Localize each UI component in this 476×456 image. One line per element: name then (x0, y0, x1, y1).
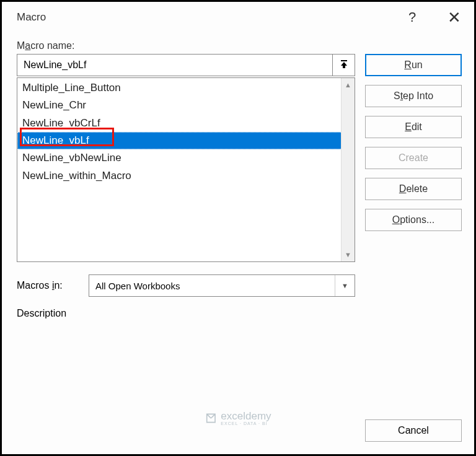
assign-button[interactable] (333, 54, 355, 76)
description-label: Description (17, 308, 462, 319)
arrow-up-icon (339, 60, 349, 70)
watermark-tagline: EXCEL · DATA · BI (221, 421, 271, 426)
macro-listbox[interactable]: Multiple_Line_Button NewLine_Chr NewLine… (17, 77, 355, 262)
macros-in-row: Macros in: All Open Workbooks ▼ (17, 274, 462, 297)
svg-rect-0 (341, 60, 347, 61)
options-button[interactable]: Options... (365, 209, 462, 231)
button-column: Run Step Into Edit Create Delete Options… (365, 54, 462, 231)
name-input-row (17, 54, 355, 76)
watermark: exceldemy EXCEL · DATA · BI (205, 410, 271, 426)
list-inner: Multiple_Line_Button NewLine_Chr NewLine… (17, 78, 355, 186)
macro-dialog: Macro ? ✕ Macro name: (2, 2, 474, 454)
macros-in-dropdown[interactable]: All Open Workbooks ▼ (89, 274, 355, 297)
titlebar-buttons: ? ✕ (402, 8, 464, 27)
delete-button[interactable]: Delete (365, 178, 462, 200)
step-into-button[interactable]: Step Into (365, 85, 462, 107)
dialog-title: Macro (17, 11, 46, 24)
list-item[interactable]: NewLine_Chr (17, 97, 355, 114)
scroll-down-icon[interactable]: ▼ (342, 248, 355, 261)
titlebar: Macro ? ✕ (2, 2, 474, 33)
close-button[interactable]: ✕ (444, 8, 464, 27)
macro-name-label: Macro name: (17, 40, 462, 51)
watermark-icon (205, 412, 217, 424)
list-item[interactable]: Multiple_Line_Button (17, 79, 355, 97)
left-column: Multiple_Line_Button NewLine_Chr NewLine… (17, 54, 355, 262)
list-item[interactable]: NewLine_vbCrLf (17, 115, 355, 132)
watermark-text: exceldemy (221, 410, 271, 422)
scrollbar[interactable]: ▲ ▼ (341, 78, 355, 261)
cancel-button[interactable]: Cancel (365, 419, 462, 442)
list-item-selected[interactable]: NewLine_vbLf (17, 132, 355, 149)
list-item[interactable]: NewLine_vbNewLine (17, 149, 355, 167)
run-button[interactable]: Run (365, 54, 462, 76)
dialog-content: Macro name: Multiple_Line_Button (2, 33, 474, 331)
list-item[interactable]: NewLine_within_Macro (17, 167, 355, 185)
help-button[interactable]: ? (402, 9, 422, 25)
macros-in-label: Macros in: (17, 280, 79, 291)
scroll-up-icon[interactable]: ▲ (342, 78, 355, 92)
edit-button[interactable]: Edit (365, 116, 462, 138)
cancel-row: Cancel (365, 419, 462, 442)
macro-name-input[interactable] (17, 54, 333, 76)
main-row: Multiple_Line_Button NewLine_Chr NewLine… (17, 54, 462, 262)
dropdown-value: All Open Workbooks (95, 281, 180, 291)
chevron-down-icon: ▼ (335, 275, 355, 296)
create-button: Create (365, 147, 462, 169)
